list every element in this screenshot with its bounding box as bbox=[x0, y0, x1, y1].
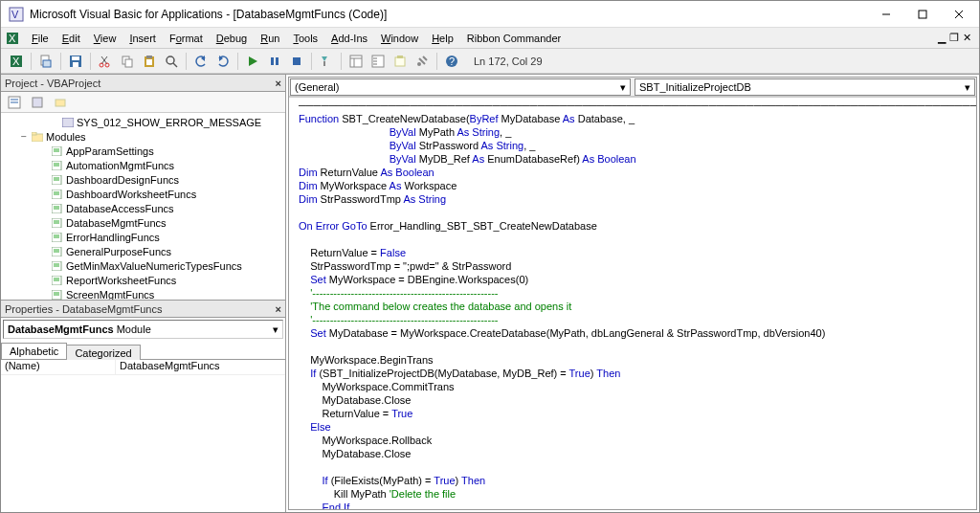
properties-button[interactable] bbox=[368, 52, 388, 71]
menu-addins[interactable]: Add-Ins bbox=[325, 31, 373, 46]
cut-button[interactable] bbox=[96, 52, 115, 71]
project-explorer-button[interactable] bbox=[346, 52, 366, 71]
reset-button[interactable] bbox=[287, 52, 306, 71]
properties-object-combo[interactable]: DatabaseMgmtFuncs Module ▾ bbox=[3, 320, 283, 339]
svg-rect-11 bbox=[43, 60, 51, 67]
minimize-button[interactable] bbox=[874, 6, 899, 23]
svg-rect-49 bbox=[33, 98, 42, 107]
tree-module-item[interactable]: GeneralPurposeFuncs bbox=[1, 244, 285, 258]
menu-tools[interactable]: Tools bbox=[287, 31, 323, 46]
design-mode-button[interactable] bbox=[317, 52, 336, 71]
svg-rect-34 bbox=[350, 56, 362, 67]
menu-window[interactable]: Window bbox=[375, 31, 424, 46]
project-pane-header: Project - VBAProject × bbox=[1, 75, 285, 92]
svg-rect-29 bbox=[271, 57, 274, 65]
mdi-restore-icon[interactable]: ❐ bbox=[949, 32, 959, 44]
tree-module-item[interactable]: AutomationMgmtFuncs bbox=[1, 158, 285, 172]
tree-module-item[interactable]: AppParamSettings bbox=[1, 144, 285, 158]
svg-rect-23 bbox=[146, 59, 152, 65]
properties-pane-header: Properties - DatabaseMgmtFuncs × bbox=[1, 301, 285, 318]
svg-text:X: X bbox=[12, 56, 20, 67]
view-code-icon[interactable] bbox=[5, 93, 24, 112]
project-pane-close[interactable]: × bbox=[276, 78, 281, 89]
svg-rect-33 bbox=[323, 61, 325, 66]
find-button[interactable] bbox=[162, 52, 181, 71]
toggle-folders-icon[interactable] bbox=[51, 93, 70, 112]
menu-run[interactable]: Run bbox=[255, 31, 285, 46]
chevron-down-icon: ▾ bbox=[273, 323, 278, 336]
copy-button[interactable] bbox=[118, 52, 137, 71]
tree-form-node[interactable]: SYS_012_SHOW_ERROR_MESSAGE bbox=[1, 115, 285, 129]
excel-doc-icon: X bbox=[5, 31, 20, 46]
svg-point-24 bbox=[167, 56, 174, 64]
run-button[interactable] bbox=[243, 52, 262, 71]
break-button[interactable] bbox=[265, 52, 284, 71]
properties-pane-close[interactable]: × bbox=[276, 303, 281, 315]
svg-rect-40 bbox=[373, 63, 377, 65]
tree-module-item[interactable]: DatabaseAccessFuncs bbox=[1, 201, 285, 215]
tree-module-item[interactable]: ErrorHandlingFuncs bbox=[1, 230, 285, 244]
undo-button[interactable] bbox=[191, 52, 211, 71]
save-button[interactable] bbox=[66, 52, 85, 71]
tree-module-item[interactable]: DashboardDesignFuncs bbox=[1, 172, 285, 187]
svg-marker-28 bbox=[249, 56, 257, 66]
close-button[interactable] bbox=[947, 6, 971, 23]
svg-rect-13 bbox=[72, 56, 79, 60]
menu-insert[interactable]: Insert bbox=[123, 31, 162, 46]
object-combo[interactable]: (General)▾ bbox=[290, 78, 631, 96]
vba-app-icon: V bbox=[9, 7, 24, 22]
svg-rect-42 bbox=[397, 56, 403, 58]
maximize-button[interactable] bbox=[910, 6, 935, 23]
svg-point-43 bbox=[417, 62, 421, 66]
title-bar: V Microsoft Visual Basic for Application… bbox=[1, 1, 979, 28]
procedure-combo[interactable]: SBT_InitializeProjectDB▾ bbox=[635, 78, 975, 96]
svg-marker-32 bbox=[322, 56, 327, 61]
code-editor[interactable]: ────────────────────────────────────────… bbox=[289, 97, 976, 509]
project-tree[interactable]: SYS_012_SHOW_ERROR_MESSAGE −Modules AppP… bbox=[1, 113, 285, 301]
tree-module-item[interactable]: GetMinMaxValueNumericTypesFuncs bbox=[1, 258, 285, 273]
cursor-position: Ln 172, Col 29 bbox=[474, 56, 543, 67]
mdi-close-icon[interactable]: ✕ bbox=[963, 32, 971, 44]
menu-view[interactable]: View bbox=[88, 31, 122, 46]
prop-name-value[interactable]: DatabaseMgmtFuncs bbox=[116, 360, 285, 374]
help-button[interactable]: ? bbox=[442, 52, 461, 71]
menu-file[interactable]: File bbox=[26, 31, 55, 46]
svg-rect-51 bbox=[62, 118, 74, 127]
svg-rect-31 bbox=[293, 57, 301, 65]
svg-line-25 bbox=[173, 63, 177, 67]
standard-toolbar: X ? Ln 172, Col 29 bbox=[1, 49, 979, 74]
tab-alphabetic[interactable]: Alphabetic bbox=[1, 343, 67, 359]
tab-categorized[interactable]: Categorized bbox=[66, 345, 140, 360]
svg-rect-38 bbox=[373, 57, 377, 59]
tree-module-item[interactable]: DatabaseMgmtFuncs bbox=[1, 215, 285, 230]
svg-text:?: ? bbox=[449, 56, 455, 67]
tree-module-item[interactable]: ScreenMgmtFuncs bbox=[1, 287, 285, 301]
view-object-icon[interactable] bbox=[28, 93, 47, 112]
properties-grid[interactable]: (Name) DatabaseMgmtFuncs bbox=[1, 360, 285, 512]
menu-ribbon[interactable]: Ribbon Commander bbox=[461, 31, 567, 46]
mdi-minimize-icon[interactable]: ▁ bbox=[938, 32, 946, 44]
toolbox-button[interactable] bbox=[412, 52, 432, 71]
tree-module-item[interactable]: ReportWorksheetFuncs bbox=[1, 273, 285, 287]
chevron-down-icon: ▾ bbox=[965, 81, 970, 94]
tree-modules-folder[interactable]: −Modules bbox=[1, 129, 285, 144]
project-pane-toolbar bbox=[1, 92, 285, 113]
redo-button[interactable] bbox=[213, 52, 233, 71]
prop-name-key: (Name) bbox=[1, 360, 116, 374]
menu-help[interactable]: Help bbox=[426, 31, 459, 46]
svg-rect-50 bbox=[56, 100, 65, 106]
menu-edit[interactable]: Edit bbox=[56, 31, 86, 46]
menu-format[interactable]: Format bbox=[164, 31, 209, 46]
tree-module-item[interactable]: DashboardWorksheetFuncs bbox=[1, 187, 285, 201]
menu-debug[interactable]: Debug bbox=[211, 31, 253, 46]
insert-dropdown[interactable] bbox=[36, 52, 56, 71]
svg-text:V: V bbox=[11, 9, 19, 20]
chevron-down-icon: ▾ bbox=[620, 81, 626, 94]
view-excel-button[interactable]: X bbox=[7, 52, 26, 71]
paste-button[interactable] bbox=[140, 52, 159, 71]
svg-rect-20 bbox=[125, 59, 132, 67]
svg-rect-39 bbox=[373, 60, 377, 62]
svg-rect-53 bbox=[32, 132, 36, 135]
svg-rect-14 bbox=[73, 62, 78, 67]
object-browser-button[interactable] bbox=[390, 52, 410, 71]
